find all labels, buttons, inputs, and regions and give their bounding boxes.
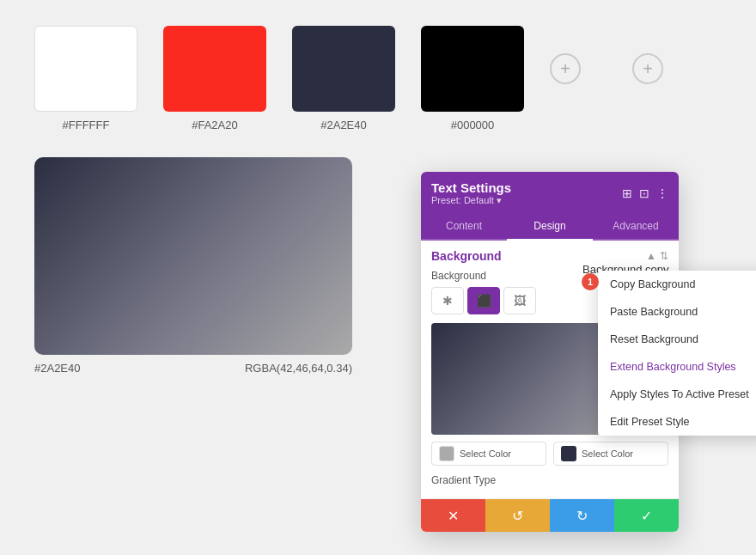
bg-type-gradient[interactable]: ⬛ [467,287,500,314]
color-dot-2 [561,446,576,461]
swatch-item-2: #FA2A20 [163,26,266,131]
tab-design[interactable]: Design [507,213,593,241]
swatch-box-dark[interactable] [292,26,395,112]
section-header: Background ▲ ⇅ [431,249,668,263]
swatches-row: #FFFFFF #FA2A20 #2A2E40 #000000 + + [34,26,722,131]
context-reset-background[interactable]: Reset Background [598,326,756,353]
swatch-item-3: #2A2E40 [292,26,395,131]
context-copy-background[interactable]: Copy Background [598,271,756,298]
panel-tabs: Content Design Advanced [421,213,679,241]
bg-type-none[interactable]: ✱ [431,287,464,314]
gradient-type-label: Gradient Type [431,474,668,486]
gradient-hex-label: #2A2E40 [34,362,81,375]
color-select-1[interactable]: Select Color [431,442,546,466]
context-paste-background[interactable]: Paste Background [598,298,756,326]
panel-footer: ✕ ↺ ↻ ✓ [421,498,679,532]
context-menu: Copy Background Paste Background Reset B… [598,271,756,436]
panel-title: Text Settings [431,180,511,195]
section-title: Background [431,249,502,263]
add-swatch-button-1[interactable]: + [550,53,581,84]
redo-button[interactable]: ↻ [550,499,614,532]
cancel-button[interactable]: ✕ [421,499,485,532]
more-icon[interactable]: ⋮ [656,186,668,200]
section-arrows: ▲ ⇅ [646,250,668,262]
color-row: Select Color Select Color [431,442,668,466]
panel-header-left: Text Settings Preset: Default ▾ [431,180,511,206]
swatch-box-white[interactable] [34,26,137,112]
swatch-box-red[interactable] [163,26,266,112]
add-swatch-button-2[interactable]: + [632,53,663,84]
context-badge: 1 [582,273,599,290]
swatch-label-1: #FFFFFF [63,119,110,131]
panel-header: Text Settings Preset: Default ▾ ⊞ ⊡ ⋮ [421,172,679,213]
panel-header-icons: ⊞ ⊡ ⋮ [622,186,668,200]
collapse-arrow[interactable]: ▲ [646,250,656,262]
swatch-item-1: #FFFFFF [34,26,137,131]
swatch-box-black[interactable] [421,26,524,112]
main-area: #FFFFFF #FA2A20 #2A2E40 #000000 + + #2A2… [0,0,756,418]
gradient-rgba-label: RGBA(42,46,64,0.34) [245,362,352,375]
resize-icon[interactable]: ⊡ [639,186,649,200]
swatch-label-2: #FA2A20 [192,119,238,131]
tab-advanced[interactable]: Advanced [593,213,679,239]
swatch-label-4: #000000 [451,119,495,131]
swatch-item-4: #000000 [421,26,524,131]
sort-arrow[interactable]: ⇅ [660,250,668,262]
color-select-label-1: Select Color [460,448,511,459]
confirm-button[interactable]: ✓ [614,499,679,532]
tab-content[interactable]: Content [421,213,507,239]
panel-preset[interactable]: Preset: Default ▾ [431,195,511,206]
context-extend-background-styles[interactable]: Extend Background Styles [598,353,756,381]
gradient-preview-box [34,157,352,355]
undo-button[interactable]: ↺ [485,499,550,532]
color-select-2[interactable]: Select Color [553,442,668,466]
bg-type-image[interactable]: 🖼 [503,287,536,314]
swatch-label-3: #2A2E40 [320,119,367,131]
gradient-meta: #2A2E40 RGBA(42,46,64,0.34) [34,362,352,375]
context-apply-styles[interactable]: Apply Styles To Active Preset [598,381,756,408]
context-edit-preset-style[interactable]: Edit Preset Style [598,408,756,436]
color-dot-1 [439,446,454,461]
expand-icon[interactable]: ⊞ [622,186,632,200]
color-select-label-2: Select Color [582,448,633,459]
